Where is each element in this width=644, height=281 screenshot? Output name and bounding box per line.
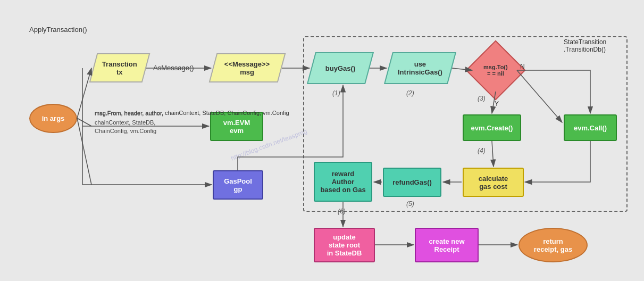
step-6-label: (6)	[338, 208, 346, 215]
as-message-label: AsMessage()	[153, 64, 194, 72]
reward-author-node: reward Author based on Gas	[314, 162, 372, 202]
diagram-title: ApplyTransaction()	[29, 26, 87, 34]
step-5-label: (5)	[406, 200, 414, 208]
refund-gas-node: refundGas()	[383, 168, 441, 197]
in-args-node: in args	[29, 104, 77, 133]
svg-line-3	[77, 118, 91, 185]
branch-y-label: Y	[495, 100, 499, 108]
svg-line-2	[77, 118, 91, 126]
return-receipt-gas-node: return receipt, gas	[518, 228, 588, 262]
message-node: <<Message>> msg	[209, 53, 286, 82]
use-intrinsic-gas-node: use IntrinsicGas()	[384, 52, 456, 84]
calculate-gas-cost-node: calculate gas cost	[463, 168, 524, 197]
step-4-label: (4)	[478, 147, 486, 154]
branch-n-label: N	[520, 63, 525, 70]
svg-line-1	[77, 68, 91, 118]
gas-pool-node: GasPool gp	[213, 170, 263, 200]
evm-call-node: evm.Call()	[564, 114, 617, 141]
update-state-root-node: update state root in StateDB	[314, 228, 375, 262]
transaction-node: Transction tx	[89, 53, 150, 82]
evm-create-node: evm.Create()	[463, 114, 521, 141]
buy-gas-node: buyGas()	[307, 52, 374, 84]
create-receipt-node: create new Receipt	[415, 228, 479, 262]
diagram: ApplyTransaction() StateTransition .Tran…	[0, 0, 644, 281]
step-3-label: (3)	[478, 95, 486, 102]
step-2-label: (2)	[406, 89, 414, 97]
msg-from-details: msg.From, header, author,chainContext, S…	[95, 109, 163, 136]
step-1-label: (1)	[332, 89, 340, 97]
